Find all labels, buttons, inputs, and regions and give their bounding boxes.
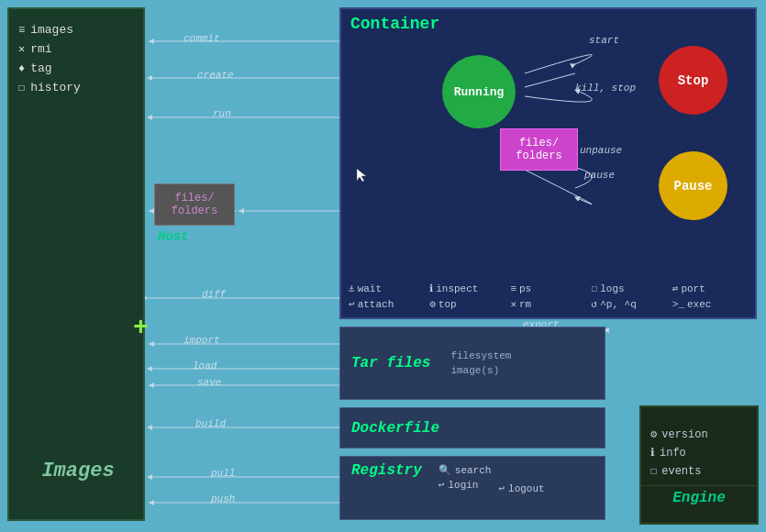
list-icon2: ≡ xyxy=(510,283,516,294)
top-icon: ⚙ xyxy=(429,298,436,310)
menu-item-tag[interactable]: ♦ tag xyxy=(18,59,134,78)
rm-cmd: ✕ rm xyxy=(510,298,585,310)
logout-icon: ↩ xyxy=(498,482,505,494)
login-cmd: ↩ login xyxy=(439,479,492,491)
plus-sign: + xyxy=(133,314,149,342)
unpause-label: unpause xyxy=(580,145,622,156)
run-label: run xyxy=(213,108,231,119)
rm-icon: ✕ xyxy=(510,298,516,310)
push-label: push xyxy=(211,493,235,504)
search-cmd: 🔍 search xyxy=(439,464,492,476)
menu-item-images[interactable]: ≡ images xyxy=(18,20,134,39)
engine-label: Engine xyxy=(641,485,757,510)
engine-commands: ⚙ version ℹ info ☐ events xyxy=(641,420,757,485)
attach-cmd: ↩ attach xyxy=(349,298,424,310)
images-menu: ≡ images ✕ rmi ♦ tag ☐ history xyxy=(9,9,143,108)
tar-title: Tar files xyxy=(340,355,441,371)
host-files-box: files/ folders xyxy=(154,183,235,226)
registry-title: Registry xyxy=(351,462,422,479)
engine-panel: ⚙ version ℹ info ☐ events Engine xyxy=(639,405,759,525)
logout-cmd: ↩ logout xyxy=(498,482,544,494)
create-label: create xyxy=(197,70,234,81)
pause-ctrl-cmd: ↺ ^p, ^q xyxy=(592,298,667,310)
registry-panel: Registry 🔍 search ↩ login ↩ logout xyxy=(339,456,605,520)
build-label: build xyxy=(195,418,226,429)
host-label: Host xyxy=(158,229,189,244)
stop-state: Stop xyxy=(659,46,727,115)
save-label: save xyxy=(197,377,221,388)
pull-label: pull xyxy=(211,468,235,479)
version-icon: ⚙ xyxy=(650,427,657,441)
events-cmd[interactable]: ☐ events xyxy=(650,464,748,478)
events-icon: ☐ xyxy=(650,464,657,478)
menu-item-rmi[interactable]: ✕ rmi xyxy=(18,39,134,59)
container-title: Container xyxy=(341,9,755,39)
inspect-cmd: ℹ inspect xyxy=(429,283,505,294)
registry-commands-2: ↩ logout xyxy=(498,482,544,494)
kill-stop-label: kill, stop xyxy=(575,83,636,94)
menu-item-history[interactable]: ☐ history xyxy=(18,78,134,97)
registry-commands: 🔍 search ↩ login xyxy=(439,464,492,491)
import-label: import xyxy=(183,335,220,346)
info-cmd[interactable]: ℹ info xyxy=(650,446,748,460)
login-icon: ↩ xyxy=(439,479,445,491)
diff-label: diff xyxy=(202,289,226,300)
dockerfile-panel: Dockerfile xyxy=(339,407,605,449)
container-files-box: files/folders xyxy=(500,128,578,171)
search-icon: 🔍 xyxy=(439,464,451,476)
x-icon: ✕ xyxy=(18,42,25,56)
running-state: Running xyxy=(442,55,516,128)
port-icon: ⇌ xyxy=(672,283,679,294)
info2-icon: ℹ xyxy=(650,446,655,460)
tar-panel: Tar files filesystem image(s) xyxy=(339,327,605,400)
history-icon: ☐ xyxy=(18,81,25,94)
ctrl-icon: ↺ xyxy=(592,298,598,310)
anchor-icon: ⚓ xyxy=(349,283,355,294)
top-cmd: ⚙ top xyxy=(429,298,505,310)
pause-label: pause xyxy=(584,170,615,181)
attach-icon: ↩ xyxy=(349,298,355,310)
images-title: Images xyxy=(9,460,147,482)
logs-cmd: ☐ logs xyxy=(592,283,667,294)
main-container: ≡ images ✕ rmi ♦ tag ☐ history Images co… xyxy=(0,0,766,532)
list-icon: ≡ xyxy=(18,24,25,37)
tar-labels: filesystem image(s) xyxy=(450,350,511,376)
wait-cmd: ⚓ wait xyxy=(349,283,424,294)
images-label: image(s) xyxy=(450,365,511,376)
dockerfile-title: Dockerfile xyxy=(351,420,439,437)
container-commands: ⚓ wait ℹ inspect ≡ ps ☐ logs ⇌ port ↩ at… xyxy=(349,283,748,310)
commit-label: commit xyxy=(183,33,220,44)
tag-icon: ♦ xyxy=(18,62,25,75)
port-cmd: ⇌ port xyxy=(672,283,748,294)
ps-cmd: ≡ ps xyxy=(510,283,585,294)
pause-state: Pause xyxy=(659,151,727,220)
start-label: start xyxy=(589,35,619,46)
images-panel: ≡ images ✕ rmi ♦ tag ☐ history Images xyxy=(7,7,145,521)
doc-icon: ☐ xyxy=(592,283,598,294)
load-label: load xyxy=(193,360,216,371)
info-icon: ℹ xyxy=(429,283,433,294)
svg-line-20 xyxy=(525,73,575,87)
version-cmd[interactable]: ⚙ version xyxy=(650,427,748,441)
filesystem-label: filesystem xyxy=(450,350,511,361)
exec-icon: >_ xyxy=(672,299,684,310)
container-panel: Container files/folders Running Stop Pau… xyxy=(339,7,757,319)
exec-cmd: >_ exec xyxy=(672,298,748,310)
